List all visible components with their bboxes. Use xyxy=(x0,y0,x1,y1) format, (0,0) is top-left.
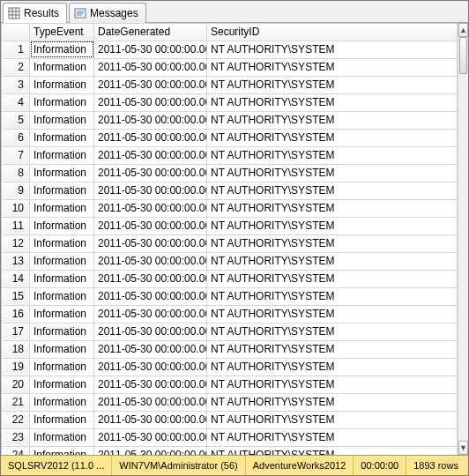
tab-results[interactable]: Results xyxy=(3,3,67,23)
row-number[interactable]: 9 xyxy=(2,182,30,199)
cell-typeevent[interactable]: Information xyxy=(30,393,94,411)
row-number[interactable]: 23 xyxy=(2,428,30,446)
cell-typeevent[interactable]: Information xyxy=(30,217,94,234)
cell-typeevent[interactable]: Information xyxy=(30,93,94,111)
cell-dategenerated[interactable]: 2011-05-30 00:00:00.000 xyxy=(94,164,207,182)
cell-typeevent[interactable]: Information xyxy=(30,164,94,182)
cell-typeevent[interactable]: Information xyxy=(30,323,94,340)
cell-securityid[interactable]: NT AUTHORITY\SYSTEM xyxy=(207,93,458,111)
cell-securityid[interactable]: NT AUTHORITY\SYSTEM xyxy=(207,446,458,455)
table-row[interactable]: 9Information2011-05-30 00:00:00.000NT AU… xyxy=(2,182,458,199)
cell-dategenerated[interactable]: 2011-05-30 00:00:00.000 xyxy=(94,93,207,111)
cell-dategenerated[interactable]: 2011-05-30 00:00:00.000 xyxy=(94,323,207,340)
cell-securityid[interactable]: NT AUTHORITY\SYSTEM xyxy=(207,287,458,305)
column-header-securityid[interactable]: SecurityID xyxy=(207,23,458,41)
cell-typeevent[interactable]: Information xyxy=(30,287,94,305)
scroll-thumb[interactable] xyxy=(459,37,467,74)
cell-typeevent[interactable]: Information xyxy=(30,234,94,252)
row-number[interactable]: 8 xyxy=(2,164,30,182)
table-row[interactable]: 15Information2011-05-30 00:00:00.000NT A… xyxy=(2,287,458,305)
row-number[interactable]: 21 xyxy=(2,393,30,411)
cell-securityid[interactable]: NT AUTHORITY\SYSTEM xyxy=(207,234,458,252)
cell-typeevent[interactable]: Information xyxy=(30,252,94,270)
results-grid[interactable]: TypeEvent DateGenerated SecurityID 1Info… xyxy=(1,23,458,456)
row-number[interactable]: 6 xyxy=(2,129,30,146)
row-number[interactable]: 18 xyxy=(2,340,30,358)
cell-dategenerated[interactable]: 2011-05-30 00:00:00.000 xyxy=(94,199,207,217)
table-row[interactable]: 20Information2011-05-30 00:00:00.000NT A… xyxy=(2,376,458,393)
row-number[interactable]: 11 xyxy=(2,217,30,234)
table-row[interactable]: 3Information2011-05-30 00:00:00.000NT AU… xyxy=(2,76,458,93)
cell-dategenerated[interactable]: 2011-05-30 00:00:00.000 xyxy=(94,217,207,234)
cell-securityid[interactable]: NT AUTHORITY\SYSTEM xyxy=(207,305,458,323)
cell-dategenerated[interactable]: 2011-05-30 00:00:00.000 xyxy=(94,376,207,393)
cell-dategenerated[interactable]: 2011-05-30 00:00:00.000 xyxy=(94,182,207,199)
table-row[interactable]: 10Information2011-05-30 00:00:00.000NT A… xyxy=(2,199,458,217)
cell-dategenerated[interactable]: 2011-05-30 00:00:00.000 xyxy=(94,305,207,323)
row-number[interactable]: 7 xyxy=(2,146,30,164)
tab-messages[interactable]: Messages xyxy=(69,3,146,23)
scroll-down-button[interactable]: ▼ xyxy=(458,441,468,455)
cell-securityid[interactable]: NT AUTHORITY\SYSTEM xyxy=(207,270,458,287)
cell-securityid[interactable]: NT AUTHORITY\SYSTEM xyxy=(207,76,458,93)
cell-dategenerated[interactable]: 2011-05-30 00:00:00.000 xyxy=(94,428,207,446)
table-row[interactable]: 21Information2011-05-30 00:00:00.000NT A… xyxy=(2,393,458,411)
row-number[interactable]: 12 xyxy=(2,234,30,252)
vertical-scrollbar[interactable]: ▲ ▼ xyxy=(458,23,468,456)
row-number[interactable]: 20 xyxy=(2,376,30,393)
table-row[interactable]: 7Information2011-05-30 00:00:00.000NT AU… xyxy=(2,146,458,164)
cell-securityid[interactable]: NT AUTHORITY\SYSTEM xyxy=(207,129,458,146)
cell-dategenerated[interactable]: 2011-05-30 00:00:00.000 xyxy=(94,340,207,358)
table-row[interactable]: 23Information2011-05-30 00:00:00.000NT A… xyxy=(2,428,458,446)
cell-securityid[interactable]: NT AUTHORITY\SYSTEM xyxy=(207,358,458,376)
cell-dategenerated[interactable]: 2011-05-30 00:00:00.000 xyxy=(94,234,207,252)
row-number[interactable]: 16 xyxy=(2,305,30,323)
table-row[interactable]: 11Information2011-05-30 00:00:00.000NT A… xyxy=(2,217,458,234)
column-header-typeevent[interactable]: TypeEvent xyxy=(30,23,94,41)
table-row[interactable]: 1Information2011-05-30 00:00:00.000NT AU… xyxy=(2,41,458,58)
cell-dategenerated[interactable]: 2011-05-30 00:00:00.000 xyxy=(94,252,207,270)
row-header-blank[interactable] xyxy=(2,23,30,41)
row-number[interactable]: 4 xyxy=(2,93,30,111)
cell-securityid[interactable]: NT AUTHORITY\SYSTEM xyxy=(207,376,458,393)
row-number[interactable]: 15 xyxy=(2,287,30,305)
table-row[interactable]: 18Information2011-05-30 00:00:00.000NT A… xyxy=(2,340,458,358)
row-number[interactable]: 19 xyxy=(2,358,30,376)
table-row[interactable]: 24Information2011-05-30 00:00:00.000NT A… xyxy=(2,446,458,455)
cell-typeevent[interactable]: Information xyxy=(30,146,94,164)
cell-typeevent[interactable]: Information xyxy=(30,428,94,446)
cell-dategenerated[interactable]: 2011-05-30 00:00:00.000 xyxy=(94,411,207,428)
cell-dategenerated[interactable]: 2011-05-30 00:00:00.000 xyxy=(94,146,207,164)
cell-typeevent[interactable]: Information xyxy=(30,129,94,146)
column-header-dategenerated[interactable]: DateGenerated xyxy=(94,23,207,41)
table-row[interactable]: 6Information2011-05-30 00:00:00.000NT AU… xyxy=(2,129,458,146)
cell-dategenerated[interactable]: 2011-05-30 00:00:00.000 xyxy=(94,111,207,129)
cell-typeevent[interactable]: Information xyxy=(30,305,94,323)
table-row[interactable]: 5Information2011-05-30 00:00:00.000NT AU… xyxy=(2,111,458,129)
cell-securityid[interactable]: NT AUTHORITY\SYSTEM xyxy=(207,41,458,58)
row-number[interactable]: 14 xyxy=(2,270,30,287)
row-number[interactable]: 5 xyxy=(2,111,30,129)
cell-securityid[interactable]: NT AUTHORITY\SYSTEM xyxy=(207,199,458,217)
cell-dategenerated[interactable]: 2011-05-30 00:00:00.000 xyxy=(94,358,207,376)
cell-dategenerated[interactable]: 2011-05-30 00:00:00.000 xyxy=(94,287,207,305)
cell-dategenerated[interactable]: 2011-05-30 00:00:00.000 xyxy=(94,393,207,411)
cell-typeevent[interactable]: Information xyxy=(30,376,94,393)
cell-dategenerated[interactable]: 2011-05-30 00:00:00.000 xyxy=(94,129,207,146)
cell-typeevent[interactable]: Information xyxy=(30,41,94,58)
cell-securityid[interactable]: NT AUTHORITY\SYSTEM xyxy=(207,58,458,76)
row-number[interactable]: 2 xyxy=(2,58,30,76)
table-row[interactable]: 8Information2011-05-30 00:00:00.000NT AU… xyxy=(2,164,458,182)
cell-typeevent[interactable]: Information xyxy=(30,111,94,129)
row-number[interactable]: 10 xyxy=(2,199,30,217)
cell-securityid[interactable]: NT AUTHORITY\SYSTEM xyxy=(207,323,458,340)
cell-dategenerated[interactable]: 2011-05-30 00:00:00.000 xyxy=(94,76,207,93)
cell-dategenerated[interactable]: 2011-05-30 00:00:00.000 xyxy=(94,41,207,58)
row-number[interactable]: 1 xyxy=(2,41,30,58)
row-number[interactable]: 17 xyxy=(2,323,30,340)
cell-securityid[interactable]: NT AUTHORITY\SYSTEM xyxy=(207,217,458,234)
table-row[interactable]: 12Information2011-05-30 00:00:00.000NT A… xyxy=(2,234,458,252)
cell-dategenerated[interactable]: 2011-05-30 00:00:00.000 xyxy=(94,58,207,76)
row-number[interactable]: 3 xyxy=(2,76,30,93)
table-row[interactable]: 22Information2011-05-30 00:00:00.000NT A… xyxy=(2,411,458,428)
